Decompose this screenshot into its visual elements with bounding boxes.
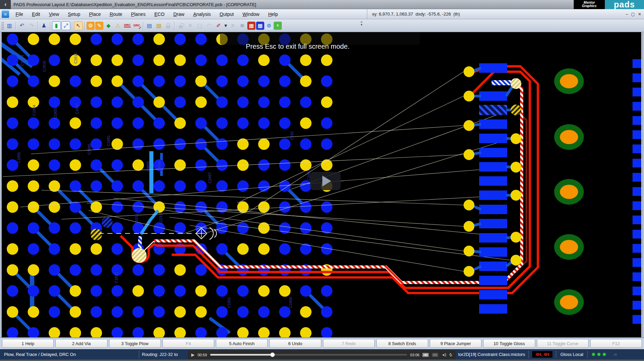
svg-text:C1918: C1918: [74, 53, 78, 64]
menu-bar: ≈ FileEditViewSetupPlaceRoutePlanesECODr…: [0, 9, 644, 19]
review-doc-icon[interactable]: ▤: [145, 21, 154, 30]
cleanup-brush-icon[interactable]: ✐: [214, 21, 223, 30]
play-icon: [322, 176, 331, 186]
resize-grip[interactable]: .ıı: [613, 353, 617, 356]
pads-logo: pads: [605, 0, 644, 9]
fnkey-3-toggle-plow[interactable]: 3 Toggle Plow: [109, 339, 161, 348]
status-indicator-lights: [592, 353, 606, 356]
status-constraint-text: tor2D[19] Constraint Class:mictors: [458, 352, 525, 357]
warning-icon[interactable]: ⚠: [114, 21, 122, 30]
svg-text:C1035: C1035: [134, 214, 139, 225]
menu-eco[interactable]: ECO: [150, 10, 169, 19]
fnkey-2-add-via[interactable]: 2 Add Via: [55, 339, 107, 348]
fullscreen-icon[interactable]: ⇵: [448, 352, 453, 358]
video-elapsed-time: 00:59: [198, 353, 207, 357]
status-led: [597, 353, 601, 356]
svg-text:4W00: 4W00: [157, 161, 161, 171]
menu-planes[interactable]: Planes: [127, 10, 150, 19]
menu-output[interactable]: Output: [215, 10, 238, 19]
fnkey-5-auto-finish[interactable]: 5 Auto Finish: [216, 339, 268, 348]
fnkey-7-redo: 7 Redo: [323, 339, 375, 348]
svg-text:C1916: C1916: [42, 61, 46, 72]
svg-text:C1914: C1914: [20, 55, 24, 66]
title-bar: ‹ PADS Professional Layout E:\Databases\…: [0, 0, 644, 9]
menu-help[interactable]: Help: [264, 10, 282, 19]
toolbar-separator: [16, 22, 16, 30]
toolbar-separator: [174, 22, 175, 30]
redo-icon[interactable]: ↷: [27, 21, 36, 30]
volume-icon[interactable]: ◄)): [441, 353, 446, 357]
menu-file[interactable]: File: [11, 10, 28, 19]
hd-badge[interactable]: HD: [422, 353, 429, 357]
menu-view[interactable]: View: [45, 10, 64, 19]
toolbar-separator: [38, 22, 38, 30]
app-icon[interactable]: ≈: [2, 10, 9, 18]
video-progress-handle[interactable]: [270, 353, 275, 357]
video-control-bar: ▶ 00:59 03:06 HD CC ◄)) ⇵: [188, 350, 456, 359]
select-pointer-icon[interactable]: ↖: [74, 21, 83, 30]
net-add-icon[interactable]: ✕: [228, 21, 237, 30]
menu-analysis[interactable]: Analysis: [189, 10, 215, 19]
menu-place[interactable]: Place: [84, 10, 105, 19]
share-icon[interactable]: ‹: [0, 0, 11, 9]
toolbar-separator: [143, 22, 143, 30]
svg-text:C181: C181: [290, 131, 294, 140]
fnkey-1-help[interactable]: 1 Help: [2, 339, 54, 348]
menu-setup[interactable]: Setup: [64, 10, 85, 19]
brush-dropdown-icon[interactable]: ▾: [224, 21, 228, 30]
edit-plans-icon[interactable]: ✎: [95, 22, 103, 30]
mentor-graphics-logo: Mentor Graphics: [574, 0, 605, 9]
green-5-icon[interactable]: 5: [274, 22, 282, 30]
save-icon[interactable]: ▥: [5, 21, 14, 30]
unlock-icon[interactable]: [176, 21, 185, 30]
video-progress-bar[interactable]: [210, 354, 407, 356]
toolbar-grip[interactable]: [1, 22, 4, 30]
pcb-canvas-area[interactable]: C1914C1916C1918C1904C1903C1895C1887C1885…: [0, 32, 644, 337]
add-part-icon[interactable]: ♟: [40, 21, 48, 30]
drc-on-icon[interactable]: DRC: [123, 21, 132, 30]
fill-display-icon[interactable]: ▮: [52, 21, 61, 30]
cc-badge[interactable]: CC: [432, 353, 438, 357]
video-total-time: 03:06: [410, 353, 420, 357]
video-play-overlay-button[interactable]: [310, 172, 341, 190]
status-right-segments: tor2D[19] Constraint Class:mictors 4H, 4…: [458, 349, 617, 360]
toolbar: ▥↶↷♟▮⤢↖⚙✎◆⚠DRCDRC✓▤▧✕▢◠✐▾✕≋▦▦⊚5 ≡ ▾: [0, 19, 644, 32]
pads-application-window: ‹ PADS Professional Layout E:\Databases\…: [0, 0, 644, 361]
close-icon[interactable]: ✕: [638, 12, 641, 17]
menu-route[interactable]: Route: [105, 10, 126, 19]
svg-text:C1895: C1895: [17, 152, 21, 163]
drc-check-icon[interactable]: DRC✓: [132, 21, 141, 30]
window-title: PADS Professional Layout E:\Databases\Xp…: [14, 2, 256, 7]
status-gloss-text: Gloss Local: [560, 352, 583, 357]
toolbar-overflow-icon[interactable]: ≡ ▾: [359, 21, 364, 26]
delete-icon[interactable]: ✕: [186, 21, 195, 30]
grid-blue-icon[interactable]: ▦: [256, 22, 264, 30]
svg-text:C2497: C2497: [208, 173, 212, 183]
menu-window[interactable]: Window: [238, 10, 264, 19]
video-play-button[interactable]: ▶: [191, 352, 195, 357]
lock-icon[interactable]: [164, 21, 173, 30]
window-controls: –▢✕: [626, 9, 641, 19]
restore-icon[interactable]: ▢: [631, 12, 635, 17]
fnkey-8-switch-ends[interactable]: 8 Switch Ends: [376, 339, 428, 348]
route-mode-icon[interactable]: ◆: [104, 21, 113, 30]
status-mode-text: Plow, Real Trace / Delayed, DRC On: [4, 349, 76, 360]
arc-select-icon[interactable]: ◠: [205, 21, 214, 30]
menu-edit[interactable]: Edit: [28, 10, 45, 19]
rect-select-icon[interactable]: ▢: [195, 21, 204, 30]
disc-settings-icon[interactable]: ⊚: [265, 22, 273, 30]
place-parts-icon[interactable]: ⚙: [86, 22, 95, 30]
menu-draw[interactable]: Draw: [169, 10, 189, 19]
fnkey-11-toggle-curve: 11 Toggle Curve: [537, 339, 589, 348]
multi-trace-icon[interactable]: ≋: [238, 21, 247, 30]
grid-red-icon[interactable]: ▦: [247, 22, 255, 30]
minimize-icon[interactable]: –: [626, 12, 628, 17]
fit-view-icon[interactable]: ⤢: [61, 21, 70, 30]
coordinate-readout: xy: 6,970.7, 1,063.37 dxdy: -575.6, -226…: [367, 9, 460, 19]
fnkey-10-toggle-gloss[interactable]: 10 Toggle Gloss: [483, 339, 535, 348]
browse-icon[interactable]: ▧: [154, 21, 163, 30]
fnkey-6-undo[interactable]: 6 Undo: [269, 339, 321, 348]
svg-text:C1950: C1950: [289, 297, 293, 308]
undo-icon[interactable]: ↶: [18, 21, 26, 30]
fnkey-9-place-jumper[interactable]: 9 Place Jumper: [430, 339, 481, 348]
